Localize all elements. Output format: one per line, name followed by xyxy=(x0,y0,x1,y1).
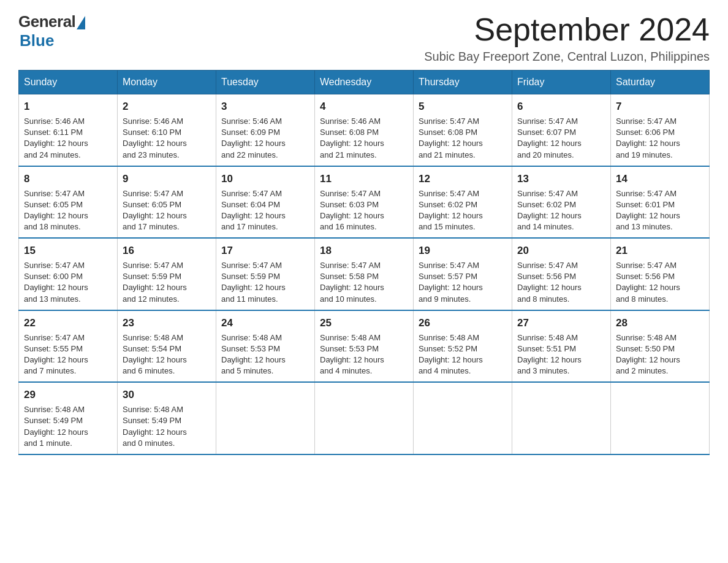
day-info: Sunrise: 5:47 AMSunset: 6:02 PMDaylight:… xyxy=(517,188,605,233)
day-info: Sunrise: 5:48 AMSunset: 5:50 PMDaylight:… xyxy=(616,332,704,377)
calendar-cell: 22Sunrise: 5:47 AMSunset: 5:55 PMDayligh… xyxy=(19,310,118,383)
day-number: 30 xyxy=(123,388,211,402)
calendar-week-row: 8Sunrise: 5:47 AMSunset: 6:05 PMDaylight… xyxy=(19,166,710,239)
day-info: Sunrise: 5:47 AMSunset: 6:02 PMDaylight:… xyxy=(419,188,507,233)
calendar-week-row: 1Sunrise: 5:46 AMSunset: 6:11 PMDaylight… xyxy=(19,94,710,166)
calendar-cell: 18Sunrise: 5:47 AMSunset: 5:58 PMDayligh… xyxy=(315,238,414,310)
day-number: 8 xyxy=(24,172,112,186)
day-info: Sunrise: 5:48 AMSunset: 5:54 PMDaylight:… xyxy=(123,332,211,377)
day-info: Sunrise: 5:46 AMSunset: 6:10 PMDaylight:… xyxy=(123,116,211,161)
day-info: Sunrise: 5:47 AMSunset: 6:06 PMDaylight:… xyxy=(616,116,704,161)
calendar-cell: 10Sunrise: 5:47 AMSunset: 6:04 PMDayligh… xyxy=(216,166,315,239)
day-number: 11 xyxy=(320,172,408,186)
calendar-week-row: 22Sunrise: 5:47 AMSunset: 5:55 PMDayligh… xyxy=(19,310,710,383)
calendar-cell: 28Sunrise: 5:48 AMSunset: 5:50 PMDayligh… xyxy=(611,310,710,383)
calendar-cell: 11Sunrise: 5:47 AMSunset: 6:03 PMDayligh… xyxy=(315,166,414,239)
location-subtitle: Subic Bay Freeport Zone, Central Luzon, … xyxy=(424,50,710,64)
day-number: 6 xyxy=(517,99,605,114)
calendar-cell: 29Sunrise: 5:48 AMSunset: 5:49 PMDayligh… xyxy=(19,382,118,454)
calendar-cell: 1Sunrise: 5:46 AMSunset: 6:11 PMDaylight… xyxy=(19,94,118,166)
day-info: Sunrise: 5:48 AMSunset: 5:52 PMDaylight:… xyxy=(419,332,507,377)
day-number: 24 xyxy=(221,316,309,331)
day-number: 5 xyxy=(419,99,507,114)
calendar-cell: 5Sunrise: 5:47 AMSunset: 6:08 PMDaylight… xyxy=(414,94,512,166)
calendar-cell xyxy=(414,382,512,454)
day-info: Sunrise: 5:47 AMSunset: 5:56 PMDaylight:… xyxy=(616,260,704,305)
calendar-cell: 2Sunrise: 5:46 AMSunset: 6:10 PMDaylight… xyxy=(118,94,216,166)
column-header-monday: Monday xyxy=(118,71,216,94)
day-number: 29 xyxy=(24,388,112,402)
day-number: 10 xyxy=(221,172,309,186)
logo-triangle-icon xyxy=(77,16,85,29)
calendar-cell: 21Sunrise: 5:47 AMSunset: 5:56 PMDayligh… xyxy=(611,238,710,310)
day-number: 27 xyxy=(517,316,605,331)
day-info: Sunrise: 5:47 AMSunset: 5:57 PMDaylight:… xyxy=(419,260,507,305)
day-number: 28 xyxy=(616,316,704,331)
calendar-table: SundayMondayTuesdayWednesdayThursdayFrid… xyxy=(18,70,710,455)
column-header-tuesday: Tuesday xyxy=(216,71,315,94)
calendar-cell: 8Sunrise: 5:47 AMSunset: 6:05 PMDaylight… xyxy=(19,166,118,239)
day-number: 17 xyxy=(221,243,309,258)
column-header-saturday: Saturday xyxy=(611,71,710,94)
calendar-cell: 25Sunrise: 5:48 AMSunset: 5:53 PMDayligh… xyxy=(315,310,414,383)
day-number: 26 xyxy=(419,316,507,331)
day-number: 13 xyxy=(517,172,605,186)
calendar-cell xyxy=(611,382,710,454)
day-info: Sunrise: 5:47 AMSunset: 5:58 PMDaylight:… xyxy=(320,260,408,305)
day-info: Sunrise: 5:47 AMSunset: 5:55 PMDaylight:… xyxy=(24,332,112,377)
calendar-week-row: 29Sunrise: 5:48 AMSunset: 5:49 PMDayligh… xyxy=(19,382,710,454)
calendar-cell: 6Sunrise: 5:47 AMSunset: 6:07 PMDaylight… xyxy=(512,94,611,166)
day-number: 21 xyxy=(616,243,704,258)
day-info: Sunrise: 5:47 AMSunset: 5:59 PMDaylight:… xyxy=(221,260,309,305)
day-info: Sunrise: 5:48 AMSunset: 5:49 PMDaylight:… xyxy=(123,404,211,449)
calendar-cell: 24Sunrise: 5:48 AMSunset: 5:53 PMDayligh… xyxy=(216,310,315,383)
day-number: 1 xyxy=(24,99,112,114)
page-header: General Blue September 2024 Subic Bay Fr… xyxy=(18,12,710,64)
day-info: Sunrise: 5:48 AMSunset: 5:49 PMDaylight:… xyxy=(24,404,112,449)
calendar-cell: 23Sunrise: 5:48 AMSunset: 5:54 PMDayligh… xyxy=(118,310,216,383)
day-info: Sunrise: 5:47 AMSunset: 5:59 PMDaylight:… xyxy=(123,260,211,305)
day-info: Sunrise: 5:47 AMSunset: 6:07 PMDaylight:… xyxy=(517,116,605,161)
calendar-cell: 30Sunrise: 5:48 AMSunset: 5:49 PMDayligh… xyxy=(118,382,216,454)
day-info: Sunrise: 5:48 AMSunset: 5:53 PMDaylight:… xyxy=(320,332,408,377)
calendar-cell: 17Sunrise: 5:47 AMSunset: 5:59 PMDayligh… xyxy=(216,238,315,310)
day-info: Sunrise: 5:47 AMSunset: 5:56 PMDaylight:… xyxy=(517,260,605,305)
day-number: 4 xyxy=(320,99,408,114)
calendar-cell: 7Sunrise: 5:47 AMSunset: 6:06 PMDaylight… xyxy=(611,94,710,166)
column-header-sunday: Sunday xyxy=(19,71,118,94)
calendar-cell: 26Sunrise: 5:48 AMSunset: 5:52 PMDayligh… xyxy=(414,310,512,383)
day-number: 22 xyxy=(24,316,112,331)
day-info: Sunrise: 5:47 AMSunset: 6:03 PMDaylight:… xyxy=(320,188,408,233)
logo-general-text: General xyxy=(18,12,75,31)
day-info: Sunrise: 5:47 AMSunset: 6:05 PMDaylight:… xyxy=(123,188,211,233)
day-number: 25 xyxy=(320,316,408,331)
day-info: Sunrise: 5:48 AMSunset: 5:51 PMDaylight:… xyxy=(517,332,605,377)
day-number: 14 xyxy=(616,172,704,186)
column-header-friday: Friday xyxy=(512,71,611,94)
day-number: 15 xyxy=(24,243,112,258)
day-info: Sunrise: 5:46 AMSunset: 6:08 PMDaylight:… xyxy=(320,116,408,161)
day-info: Sunrise: 5:47 AMSunset: 6:01 PMDaylight:… xyxy=(616,188,704,233)
day-number: 23 xyxy=(123,316,211,331)
day-number: 3 xyxy=(221,99,309,114)
calendar-cell: 20Sunrise: 5:47 AMSunset: 5:56 PMDayligh… xyxy=(512,238,611,310)
calendar-cell xyxy=(216,382,315,454)
day-number: 7 xyxy=(616,99,704,114)
logo-blue-text: Blue xyxy=(20,31,54,50)
calendar-cell xyxy=(512,382,611,454)
title-section: September 2024 Subic Bay Freeport Zone, … xyxy=(424,12,710,64)
day-info: Sunrise: 5:47 AMSunset: 6:08 PMDaylight:… xyxy=(419,116,507,161)
day-number: 20 xyxy=(517,243,605,258)
day-info: Sunrise: 5:46 AMSunset: 6:09 PMDaylight:… xyxy=(221,116,309,161)
day-info: Sunrise: 5:46 AMSunset: 6:11 PMDaylight:… xyxy=(24,116,112,161)
calendar-cell: 15Sunrise: 5:47 AMSunset: 6:00 PMDayligh… xyxy=(19,238,118,310)
day-info: Sunrise: 5:47 AMSunset: 6:04 PMDaylight:… xyxy=(221,188,309,233)
day-number: 12 xyxy=(419,172,507,186)
calendar-cell: 3Sunrise: 5:46 AMSunset: 6:09 PMDaylight… xyxy=(216,94,315,166)
day-info: Sunrise: 5:48 AMSunset: 5:53 PMDaylight:… xyxy=(221,332,309,377)
calendar-cell: 19Sunrise: 5:47 AMSunset: 5:57 PMDayligh… xyxy=(414,238,512,310)
calendar-cell: 9Sunrise: 5:47 AMSunset: 6:05 PMDaylight… xyxy=(118,166,216,239)
calendar-cell: 13Sunrise: 5:47 AMSunset: 6:02 PMDayligh… xyxy=(512,166,611,239)
day-number: 2 xyxy=(123,99,211,114)
day-info: Sunrise: 5:47 AMSunset: 6:00 PMDaylight:… xyxy=(24,260,112,305)
